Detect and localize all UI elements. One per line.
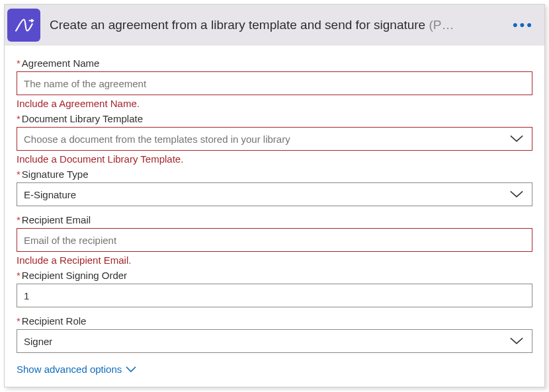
signature-type-label: *Signature Type [17,169,532,180]
recipient-role-label-text: Recipient Role [22,315,87,327]
agreement-name-error: Include a Agreement Name. [17,98,532,109]
show-advanced-options-text: Show advanced options [17,364,122,375]
field-agreement-name: *Agreement Name Include a Agreement Name… [17,58,532,109]
recipient-email-input[interactable] [24,235,525,246]
recipient-role-value: Signer [24,336,508,347]
required-star: * [17,214,21,225]
required-star: * [17,270,21,281]
chevron-down-icon [508,190,525,199]
card-title-suffix: (P… [429,18,454,32]
field-signature-type: *Signature Type E-Signature [17,169,532,206]
required-star: * [17,169,21,180]
agreement-name-input[interactable] [24,78,525,89]
library-template-label: *Document Library Template [17,113,532,124]
card-header: Create an agreement from a library templ… [5,5,544,46]
library-template-error: Include a Document Library Template. [17,153,532,165]
chevron-down-icon [126,364,136,375]
library-template-select[interactable]: Choose a document from the templates sto… [17,127,532,151]
agreement-name-label: *Agreement Name [17,58,532,69]
card-menu-button[interactable]: ••• [507,17,539,34]
signing-order-input-wrap [17,284,532,307]
adobe-sign-icon [7,9,40,42]
signature-type-select[interactable]: E-Signature [17,182,532,206]
chevron-down-icon [508,336,525,346]
required-star: * [17,58,21,69]
card-title-text: Create an agreement from a library templ… [50,18,429,32]
recipient-role-label: *Recipient Role [17,315,532,327]
card-body: *Agreement Name Include a Agreement Name… [5,46,544,387]
signing-order-input[interactable] [24,290,525,301]
recipient-email-label: *Recipient Email [17,214,532,225]
library-template-placeholder: Choose a document from the templates sto… [24,134,508,145]
field-recipient-email: *Recipient Email Include a Recipient Ema… [17,214,532,266]
recipient-email-label-text: Recipient Email [22,214,91,225]
field-signing-order: *Recipient Signing Order [17,270,532,307]
field-library-template: *Document Library Template Choose a docu… [17,113,532,165]
required-star: * [17,315,21,327]
field-recipient-role: *Recipient Role Signer [17,315,532,353]
recipient-email-input-wrap [17,228,532,252]
signature-type-value: E-Signature [24,189,508,200]
card-title: Create an agreement from a library templ… [50,18,498,32]
library-template-label-text: Document Library Template [22,113,143,124]
chevron-down-icon [508,134,525,143]
signing-order-label-text: Recipient Signing Order [22,270,127,281]
signing-order-label: *Recipient Signing Order [17,270,532,281]
required-star: * [17,113,21,124]
agreement-name-label-text: Agreement Name [22,58,100,69]
agreement-name-input-wrap [17,71,532,95]
action-card: Create an agreement from a library templ… [4,4,545,387]
signature-type-label-text: Signature Type [22,169,89,180]
show-advanced-options-link[interactable]: Show advanced options [17,364,136,375]
recipient-role-select[interactable]: Signer [17,329,532,353]
recipient-email-error: Include a Recipient Email. [17,255,532,266]
